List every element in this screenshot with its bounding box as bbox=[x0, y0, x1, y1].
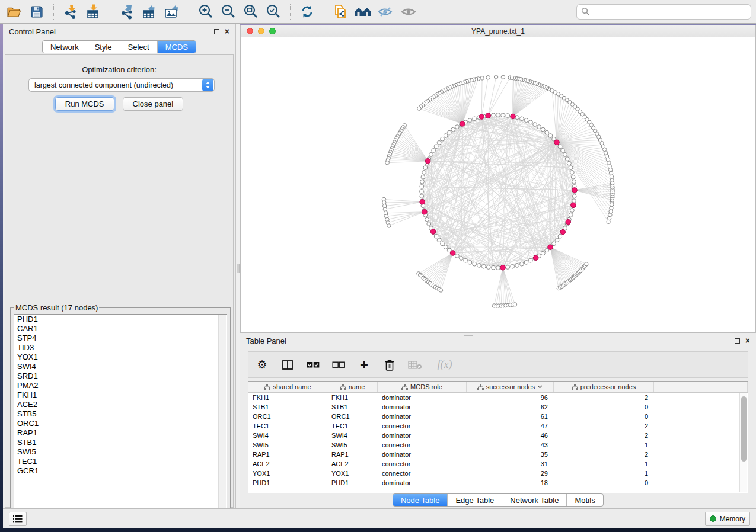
column-header-name[interactable]: name bbox=[327, 382, 378, 392]
open-session-icon bbox=[7, 5, 22, 19]
show-panels-button[interactable] bbox=[9, 512, 27, 526]
float-panel-icon[interactable] bbox=[214, 29, 219, 34]
network-canvas[interactable] bbox=[241, 37, 755, 332]
import-table-icon bbox=[85, 4, 101, 20]
tab-motifs[interactable]: Motifs bbox=[566, 494, 603, 506]
close-panel-icon[interactable]: × bbox=[225, 27, 229, 36]
add-column-button[interactable]: + bbox=[356, 357, 372, 373]
table-scrollbar-thumb[interactable] bbox=[741, 396, 747, 462]
import-network-button[interactable] bbox=[61, 3, 80, 21]
clone-network-button[interactable] bbox=[331, 3, 350, 21]
table-row[interactable]: ACE2ACE2connector311 bbox=[248, 459, 748, 469]
delete-table-button[interactable] bbox=[407, 357, 423, 373]
delete-column-button[interactable] bbox=[382, 357, 397, 373]
mcds-result-item[interactable]: PMA2 bbox=[14, 381, 227, 390]
close-table-panel-icon[interactable]: × bbox=[745, 336, 750, 345]
function-builder-button[interactable]: f(x) bbox=[433, 357, 457, 373]
mcds-result-item[interactable]: STB1 bbox=[14, 438, 227, 447]
mcds-result-item[interactable]: YOX1 bbox=[14, 352, 227, 362]
mcds-result-item[interactable]: SRD1 bbox=[14, 371, 227, 381]
column-header-predecessor-nodes[interactable]: predecessor nodes bbox=[554, 382, 654, 392]
table-row[interactable]: SWI5SWI5connector431 bbox=[248, 440, 748, 450]
table-scrollbar[interactable] bbox=[739, 393, 747, 492]
control-panel-tabs: NetworkStyleSelectMCDS bbox=[42, 40, 196, 53]
network-search-field[interactable] bbox=[576, 4, 751, 20]
mcds-result-list[interactable]: PHD1CAR1STP4TID3YOX1SWI4SRD1PMA2FKH1ACE2… bbox=[14, 314, 227, 521]
hide-selected-button[interactable] bbox=[377, 3, 395, 21]
mcds-result-item[interactable]: RAP1 bbox=[14, 428, 227, 438]
refresh-view-icon bbox=[299, 4, 315, 20]
show-all-button[interactable] bbox=[399, 3, 418, 21]
table-row[interactable]: TEC1TEC1connector472 bbox=[248, 421, 748, 431]
tab-style[interactable]: Style bbox=[87, 41, 120, 53]
tab-select[interactable]: Select bbox=[120, 41, 157, 53]
zoom-out-button[interactable] bbox=[219, 3, 238, 21]
table-row[interactable]: YOX1YOX1connector291 bbox=[248, 469, 748, 478]
table-header-row: shared namenameMCDS rolesuccessor nodesp… bbox=[248, 382, 748, 393]
tab-network-table[interactable]: Network Table bbox=[502, 494, 566, 506]
export-image-button[interactable] bbox=[162, 3, 181, 21]
mcds-result-item[interactable]: CAR1 bbox=[14, 324, 227, 334]
mcds-result-item[interactable]: STB5 bbox=[14, 409, 227, 419]
close-panel-button[interactable]: Close panel bbox=[123, 97, 184, 111]
clear-selection-icon bbox=[332, 361, 345, 368]
float-table-panel-icon[interactable] bbox=[735, 338, 740, 344]
mcds-result-item[interactable]: SWI4 bbox=[14, 362, 227, 371]
save-session-button[interactable] bbox=[27, 3, 46, 21]
run-mcds-button[interactable]: Run MCDS bbox=[55, 97, 114, 111]
mcds-result-item[interactable]: TID3 bbox=[14, 343, 227, 352]
search-input[interactable] bbox=[593, 8, 747, 16]
optimization-criterion-label: Optimization criterion: bbox=[5, 65, 233, 74]
tab-edge-table[interactable]: Edge Table bbox=[447, 494, 502, 506]
toolbar-separator bbox=[189, 4, 189, 20]
network-window-titlebar[interactable]: YPA_prune.txt_1 bbox=[241, 25, 755, 37]
open-session-button[interactable] bbox=[5, 3, 24, 21]
mcds-result-item[interactable]: FKH1 bbox=[14, 390, 227, 400]
table-row[interactable]: STB1STB1dominator620 bbox=[248, 402, 748, 412]
tab-mcds[interactable]: MCDS bbox=[157, 41, 196, 53]
table-row[interactable]: PHD1PHD1dominator180 bbox=[248, 478, 748, 488]
export-network-button[interactable] bbox=[117, 3, 136, 21]
zoom-selected-button[interactable] bbox=[264, 3, 283, 21]
mcds-result-item[interactable]: TEC1 bbox=[14, 457, 227, 466]
mcds-result-title: MCDS result (17 nodes) bbox=[14, 303, 99, 312]
zoom-in-button[interactable] bbox=[196, 3, 215, 21]
criterion-dropdown[interactable]: largest connected component (undirected) bbox=[28, 78, 215, 92]
column-header-MCDS-role[interactable]: MCDS role bbox=[378, 382, 467, 392]
clear-selection-button[interactable] bbox=[331, 357, 346, 373]
vertical-splitter[interactable] bbox=[235, 24, 240, 509]
mcds-result-item[interactable]: ACE2 bbox=[14, 400, 227, 409]
table-row[interactable]: ORC1ORC1dominator610 bbox=[248, 412, 748, 421]
mcds-result-item[interactable]: PHD1 bbox=[14, 315, 227, 324]
mcds-result-item[interactable]: STP4 bbox=[14, 334, 227, 343]
show-columns-button[interactable] bbox=[280, 357, 295, 373]
table-row[interactable]: RAP1RAP1dominator352 bbox=[248, 450, 748, 459]
zoom-fit-button[interactable] bbox=[241, 3, 260, 21]
mcds-result-item[interactable]: SWI5 bbox=[14, 447, 227, 457]
mcds-result-item[interactable]: ORC1 bbox=[14, 419, 227, 428]
tab-network[interactable]: Network bbox=[43, 41, 87, 53]
table-tabs: Node TableEdge TableNetwork TableMotifs bbox=[393, 493, 604, 507]
mcds-result-item[interactable]: GCR1 bbox=[14, 466, 227, 476]
export-image-icon bbox=[163, 4, 181, 20]
table-row[interactable]: SWI4SWI4dominator462 bbox=[248, 431, 748, 440]
import-network-icon bbox=[62, 4, 79, 20]
export-table-button[interactable] bbox=[140, 3, 159, 21]
splitter-grip[interactable] bbox=[237, 264, 240, 273]
first-neighbors-button[interactable] bbox=[354, 3, 373, 21]
horizontal-splitter-grip[interactable] bbox=[464, 334, 473, 336]
network-graph[interactable] bbox=[241, 37, 755, 332]
select-all-button[interactable] bbox=[305, 357, 321, 373]
column-header-shared-name[interactable]: shared name bbox=[248, 382, 327, 392]
tab-node-table[interactable]: Node Table bbox=[393, 494, 448, 506]
memory-button[interactable]: Memory bbox=[705, 512, 750, 526]
column-header-successor-nodes[interactable]: successor nodes bbox=[467, 382, 554, 392]
import-table-button[interactable] bbox=[84, 3, 103, 21]
table-row[interactable]: FKH1FKH1dominator962 bbox=[248, 393, 748, 402]
refresh-view-button[interactable] bbox=[298, 3, 317, 21]
node-table[interactable]: shared namenameMCDS rolesuccessor nodesp… bbox=[248, 381, 748, 493]
export-table-icon bbox=[141, 4, 158, 20]
mcds-list-scrollbar[interactable] bbox=[218, 315, 226, 520]
sitemap-icon bbox=[572, 384, 578, 390]
table-settings-button[interactable]: ⚙ bbox=[254, 357, 270, 373]
